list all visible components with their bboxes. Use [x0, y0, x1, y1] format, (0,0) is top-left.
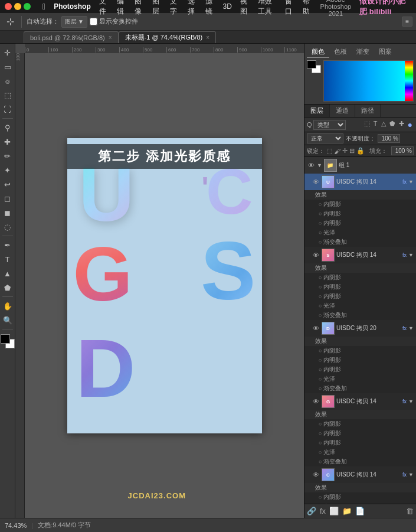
filter-icon-1[interactable]: ⬚ [363, 119, 371, 130]
menu-plugins[interactable]: 增效工具 [258, 0, 277, 17]
app-name-menu[interactable]: Photoshop [54, 2, 91, 11]
brush-tool[interactable]: ✏ [1, 149, 14, 162]
align-btn[interactable]: ≡ [402, 17, 412, 27]
layer-1-fx[interactable]: fx [402, 179, 407, 185]
opacity-input[interactable] [378, 134, 400, 143]
filter-icon-5[interactable]: ✚ [398, 119, 405, 130]
tab-layers[interactable]: 图层 [304, 105, 330, 117]
layer-3-fx[interactable]: fx [402, 325, 407, 331]
lock-artboard-icon[interactable]: ⊞ [349, 147, 355, 155]
layer-2-eye[interactable]: 👁 [312, 252, 320, 259]
layer-row-3[interactable]: 👁 D UISDC 拷贝 20 fx ▼ [304, 320, 416, 337]
layer-group-header[interactable]: 👁 ▼ 📁 组 1 [304, 157, 416, 174]
layer-row-2[interactable]: 👁 S UISDC 拷贝 14 fx ▼ [304, 247, 416, 263]
filter-icon-2[interactable]: T [372, 119, 379, 130]
fg-color-swatch[interactable] [1, 334, 10, 344]
pen-tool[interactable]: ✒ [1, 239, 14, 252]
lock-position-icon[interactable]: ✛ [342, 147, 348, 155]
zoom-tool[interactable]: 🔍 [1, 314, 14, 327]
eraser-tool[interactable]: ◻ [1, 192, 14, 205]
layer-row-1[interactable]: 👁 U UISDC 拷贝 14 fx ▼ [304, 174, 416, 190]
group-visibility-eye[interactable]: 👁 [307, 162, 315, 169]
layer-2-expand[interactable]: ▼ [408, 252, 414, 258]
menu-window[interactable]: 窗口 [285, 0, 294, 17]
tab-boli-close[interactable]: × [109, 34, 112, 41]
layer-4-eye[interactable]: 👁 [312, 398, 320, 405]
layer-1-expand[interactable]: ▼ [408, 179, 414, 185]
menu-filter[interactable]: 滤镜 [205, 0, 215, 17]
menu-layer[interactable]: 图层 [152, 0, 162, 17]
color-gradient-box[interactable] [323, 60, 414, 102]
layer-5-expand[interactable]: ▼ [408, 472, 414, 478]
tab-boli[interactable]: boli.psd @ 72.8%(RGB/8) × [24, 31, 119, 43]
shape-tool[interactable]: ⬟ [1, 281, 14, 294]
add-mask-btn[interactable]: ⬜ [329, 507, 339, 515]
heal-tool[interactable]: ✚ [1, 135, 14, 148]
object-select-tool[interactable]: ⬚ [1, 89, 14, 102]
layer-5-fx[interactable]: fx [402, 472, 407, 478]
layer-4-expand[interactable]: ▼ [408, 399, 414, 404]
stamp-tool[interactable]: ✦ [1, 164, 14, 177]
lasso-tool[interactable]: ⌾ [1, 74, 14, 87]
text-tool[interactable]: T [1, 253, 14, 266]
fg-bg-color-swatch[interactable] [0, 333, 16, 350]
lock-all-icon[interactable]: 🔒 [356, 147, 365, 155]
color-spectrum-bar[interactable] [405, 61, 413, 101]
new-layer-btn[interactable]: 📄 [355, 507, 365, 515]
gradient-tool[interactable]: ◼ [1, 206, 14, 219]
layer-row-5[interactable]: 👁 C UISDC 拷贝 14 fx ▼ [304, 466, 416, 483]
move-tool[interactable]: ✛ [1, 46, 14, 59]
filter-icon-4[interactable]: ⬟ [388, 119, 397, 130]
menu-3d[interactable]: 3D [222, 2, 231, 11]
fill-input[interactable] [391, 146, 414, 155]
history-brush-tool[interactable]: ↩ [1, 178, 14, 191]
tab-color[interactable]: 颜色 [307, 46, 329, 58]
crop-tool[interactable]: ⛶ [1, 103, 14, 116]
menu-file[interactable]: 文件 [99, 0, 109, 17]
layer-3-eye[interactable]: 👁 [312, 325, 320, 332]
filter-icon-3[interactable]: △ [380, 119, 387, 130]
layer-4-fx[interactable]: fx [402, 399, 407, 404]
menu-edit[interactable]: 编辑 [117, 0, 126, 17]
layer-1-eye[interactable]: 👁 [312, 178, 320, 185]
close-button[interactable] [5, 3, 12, 10]
link-layers-btn[interactable]: 🔗 [307, 507, 316, 515]
minimize-button[interactable] [14, 3, 21, 10]
layer-select-btn[interactable]: 图层 ▼ [61, 16, 87, 28]
menu-image[interactable]: 图像 [135, 0, 144, 17]
filter-toggle[interactable]: ● [407, 119, 414, 130]
blur-tool[interactable]: ◌ [1, 220, 14, 233]
menu-view[interactable]: 视图 [240, 0, 250, 17]
tab-paths[interactable]: 路径 [355, 105, 381, 117]
tab-gradient[interactable]: 渐变 [352, 46, 374, 58]
new-group-btn[interactable]: 📁 [342, 507, 352, 515]
canvas-document[interactable]: 第二步 添加光影质感 U C ' G S D [67, 138, 262, 433]
layer-2-fx[interactable]: fx [402, 252, 407, 258]
marquee-tool[interactable]: ▭ [1, 60, 14, 73]
eyedropper-tool[interactable]: ⚲ [1, 121, 14, 134]
color-fg-bg[interactable] [307, 60, 321, 73]
layer-row-4[interactable]: 👁 G UISDC 拷贝 14 fx ▼ [304, 393, 416, 410]
group-expand-icon[interactable]: ▼ [317, 162, 322, 168]
tab-pattern[interactable]: 图案 [374, 46, 397, 58]
tab-channels[interactable]: 通道 [330, 105, 355, 117]
fg-swatch[interactable] [307, 60, 316, 68]
tab-untitled-close[interactable]: × [206, 34, 209, 41]
menu-help[interactable]: 帮助 [303, 0, 312, 17]
tab-untitled[interactable]: 未标题-1 @ 74.4%(RGB/8) × [119, 31, 216, 43]
tab-swatches[interactable]: 色板 [329, 46, 352, 58]
lock-transparent-icon[interactable]: ⬚ [326, 147, 332, 155]
menu-text[interactable]: 文字 [170, 0, 179, 17]
delete-layer-btn[interactable]: 🗑 [406, 507, 414, 515]
hand-tool[interactable]: ✋ [1, 299, 14, 312]
maximize-button[interactable] [24, 3, 31, 10]
filter-type-select[interactable]: 类型 名称 效果 [313, 120, 346, 130]
path-select-tool[interactable]: ▲ [1, 267, 14, 280]
add-style-btn[interactable]: fx [320, 507, 326, 515]
lock-pixel-icon[interactable]: 🖌 [334, 148, 340, 155]
move-tool-icon[interactable]: ⊹ [4, 15, 17, 28]
transform-checkbox[interactable] [90, 18, 97, 25]
layer-5-eye[interactable]: 👁 [312, 471, 320, 478]
layer-3-expand[interactable]: ▼ [408, 325, 414, 331]
blend-mode-select[interactable]: 正常 溶解 变暗 正片叠底 [307, 133, 343, 143]
